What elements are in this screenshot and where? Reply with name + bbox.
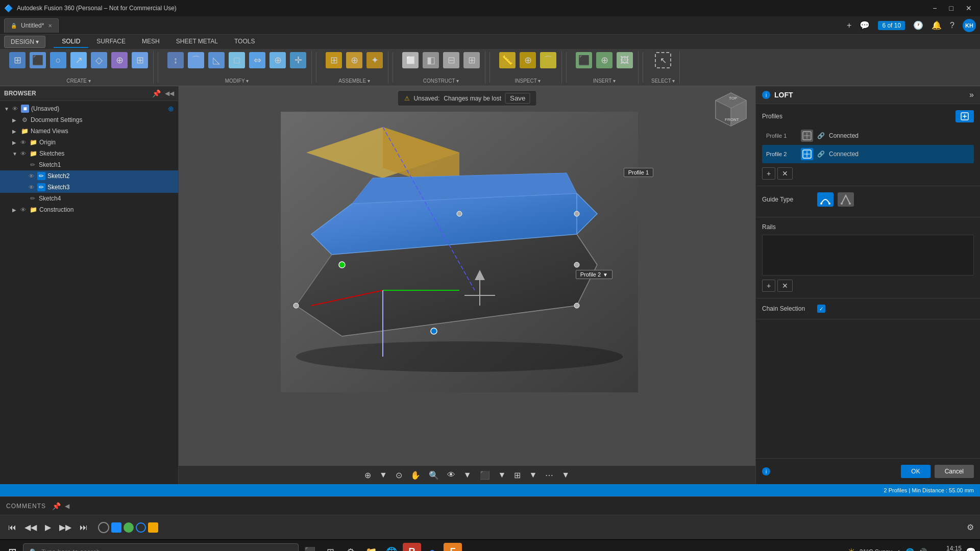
viewport-more-btn2[interactable]: ▼ (558, 468, 573, 482)
shell-btn[interactable]: □ (228, 51, 246, 69)
search-bar[interactable]: 🔍 (23, 543, 299, 552)
start-button[interactable]: ⊞ (4, 544, 21, 552)
tab-solid[interactable]: SOLID (54, 36, 88, 48)
viewport-grid-btn2[interactable]: ▼ (526, 468, 540, 482)
tree-item-doc-settings[interactable]: ▶ ⚙ Document Settings (0, 114, 178, 126)
bell-icon[interactable]: 🔔 (932, 20, 942, 30)
maximize-button[interactable]: □ (945, 3, 958, 13)
save-button[interactable]: Save (505, 93, 530, 104)
clock-icon[interactable]: 🕐 (913, 20, 923, 30)
plane-at-angle-btn[interactable]: ◧ (422, 51, 440, 69)
eye-icon-origin[interactable]: 👁 (20, 139, 26, 145)
orientation-cube[interactable]: TOP FRONT (710, 90, 751, 131)
tree-item-sketch4[interactable]: ✏ Sketch4 (0, 193, 178, 204)
add-component-icon[interactable]: ⊕ (168, 105, 174, 113)
modify-label[interactable]: MODIFY ▾ (225, 78, 249, 84)
as-built-btn[interactable]: ⊕ (345, 51, 363, 69)
decal-btn[interactable]: 🖼 (616, 51, 634, 69)
joint-origin-btn[interactable]: ✦ (365, 51, 384, 69)
loft-footer-info-icon[interactable]: i (762, 467, 770, 475)
chamfer-btn[interactable]: ◺ (207, 51, 226, 69)
viewport[interactable]: ⚠ Unsaved: Changes may be lost Save (179, 86, 755, 484)
web-btn[interactable]: ⊞ (131, 51, 149, 69)
loft-expand-button[interactable]: » (969, 90, 974, 99)
fillet-btn[interactable]: ⌒ (187, 51, 205, 69)
timeline-settings-button[interactable]: ⚙ (967, 522, 974, 532)
chrome-button[interactable]: ● (423, 543, 442, 552)
inspect-label[interactable]: INSPECT ▾ (515, 78, 541, 84)
tree-item-sketch3[interactable]: 👁 ✏ Sketch3 (0, 182, 178, 193)
create-label[interactable]: CREATE ▾ (66, 78, 91, 84)
timeline-filter-icon[interactable] (98, 522, 109, 533)
sweep-btn[interactable]: ↗ (69, 51, 88, 69)
tab-tools[interactable]: TOOLS (226, 36, 263, 48)
revolve-btn[interactable]: ○ (49, 51, 67, 69)
remove-profile-button[interactable]: ✕ (777, 167, 793, 180)
tab-mesh[interactable]: MESH (134, 36, 168, 48)
cancel-button[interactable]: Cancel (935, 465, 974, 478)
app-f-button[interactable]: F (444, 543, 462, 552)
insert-svg-btn[interactable]: ⊕ (595, 51, 614, 69)
viewport-pan-btn[interactable]: ✋ (407, 468, 424, 482)
user-avatar[interactable]: KH (963, 19, 976, 32)
construct-label[interactable]: CONSTRUCT ▾ (423, 78, 459, 84)
curvature-btn[interactable]: ⌒ (539, 51, 557, 69)
select-label[interactable]: SELECT ▾ (651, 78, 675, 84)
chain-selection-checkbox[interactable]: ✓ (817, 305, 825, 313)
eye-icon-construction[interactable]: 👁 (20, 207, 26, 213)
guide-type-btn1[interactable] (817, 192, 834, 207)
add-rail-button[interactable]: + (762, 280, 775, 292)
chat-button[interactable]: 💬 (860, 20, 870, 30)
files-button[interactable]: 📁 (362, 543, 380, 552)
insert-label[interactable]: INSERT ▾ (593, 78, 616, 84)
notification-button[interactable]: 💬 (966, 547, 976, 551)
app-r-button[interactable]: R (403, 543, 421, 552)
close-button[interactable]: ✕ (962, 3, 976, 13)
tree-item-sketch1[interactable]: ✏ Sketch1 (0, 159, 178, 170)
viewport-search-btn[interactable]: ▼ (460, 468, 475, 482)
comments-pin-button[interactable]: 📌 (52, 502, 61, 510)
move-btn[interactable]: ✛ (289, 51, 307, 69)
settings-taskbar-button[interactable]: ⚙ (341, 543, 360, 552)
viewport-grid-btn[interactable]: ⊞ (511, 468, 524, 482)
extrude-btn[interactable]: ⬛ (29, 51, 47, 69)
viewport-more-btn[interactable]: ⋯ (542, 468, 556, 482)
ok-button[interactable]: OK (901, 465, 930, 478)
add-tab-button[interactable]: + (847, 21, 851, 30)
insert-mesh-btn[interactable]: ⬛ (575, 51, 593, 69)
viewport-orbit-btn[interactable]: ⊙ (393, 468, 405, 482)
viewport-zoom-btn[interactable]: 🔍 (426, 468, 442, 482)
taskbar-clock[interactable]: 14:15 12/07/2021 (931, 545, 962, 552)
joint-btn[interactable]: ⊞ (325, 51, 343, 69)
tree-item-sketch2[interactable]: 👁 ✏ Sketch2 (0, 170, 178, 182)
add-profile-button[interactable]: + (762, 167, 775, 180)
tab-surface[interactable]: SURFACE (88, 36, 134, 48)
browser-taskbar-button[interactable]: 🌐 (382, 543, 401, 552)
timeline-next-btn[interactable]: ▶▶ (57, 520, 74, 534)
combine-btn[interactable]: ⊕ (268, 51, 287, 69)
widgets-button[interactable]: ⊞ (321, 543, 339, 552)
midplane-btn[interactable]: ⊟ (442, 51, 460, 69)
timeline-prev-btn[interactable]: ◀◀ (22, 520, 39, 534)
interference-btn[interactable]: ⊕ (519, 51, 537, 69)
profile2-arrow[interactable]: ▼ (603, 272, 608, 278)
taskview-button[interactable]: ⬛ (301, 543, 319, 552)
profile2-row[interactable]: Profile 2 🔗 Connected (762, 145, 974, 163)
viewport-home-btn[interactable]: ⊕ (361, 468, 374, 482)
measure-btn[interactable]: 📏 (498, 51, 517, 69)
eye-icon[interactable]: 👁 (12, 106, 18, 112)
notification-chevron[interactable]: ∧ (896, 548, 901, 552)
viewport-look-btn[interactable]: 👁 (444, 468, 458, 482)
viewport-view-btn[interactable]: ▼ (376, 468, 390, 482)
eye-icon-sketches[interactable]: 👁 (20, 151, 26, 157)
tree-item-unsaved[interactable]: ▼ 👁 ■ (Unsaved) ⊕ (0, 103, 178, 114)
assemble-label[interactable]: ASSEMBLE ▾ (338, 78, 370, 84)
remove-rail-button[interactable]: ✕ (777, 280, 793, 292)
select-btn[interactable]: ↖ (654, 51, 672, 69)
search-input[interactable] (41, 548, 292, 551)
tree-item-origin[interactable]: ▶ 👁 📁 Origin (0, 137, 178, 148)
tree-item-construction[interactable]: ▶ 👁 📁 Construction (0, 204, 178, 215)
network-icon[interactable]: 🌐 (905, 548, 914, 552)
help-button[interactable]: ? (950, 21, 954, 30)
browser-collapse-button[interactable]: ◀◀ (165, 89, 174, 97)
